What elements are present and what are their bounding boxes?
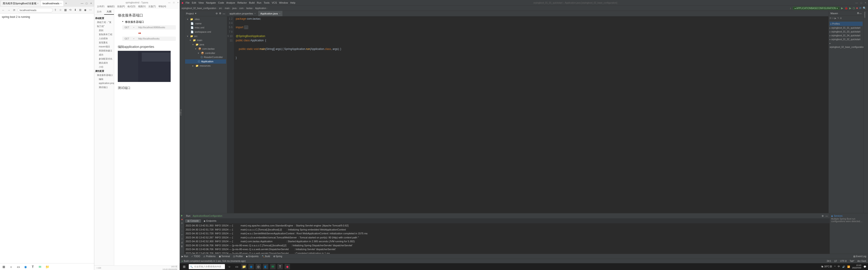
menu-item[interactable]: View (198, 1, 204, 4)
maven-module[interactable]: srpingboot_02_base_configuration (830, 46, 864, 48)
profile-icon[interactable]: ◉ (84, 8, 88, 12)
menu-help[interactable]: 帮助(H) (158, 5, 166, 9)
menu-item[interactable]: Window (279, 1, 288, 4)
forward-icon[interactable]: → (7, 8, 11, 12)
wrap-icon[interactable]: ↩ (181, 233, 183, 236)
outline-item[interactable]: 入此模块 (95, 37, 113, 41)
theme[interactable]: Arc Dark (857, 260, 866, 262)
taskview-icon[interactable]: ▭ (16, 264, 21, 269)
outline-item[interactable]: 参加配置优化 (95, 57, 113, 61)
reload-icon[interactable]: ⟳ (12, 8, 16, 12)
plus-icon[interactable]: + (832, 17, 834, 20)
menu-format[interactable]: 格式(O) (127, 5, 135, 9)
ime-icon[interactable]: 中 (838, 265, 840, 268)
menu-item[interactable]: File (186, 1, 190, 4)
maven-module[interactable]: srpingboot_01_04_quickstart (831, 34, 860, 37)
run-config-name[interactable]: ApplicationBaseConfiguration (193, 215, 222, 217)
menu-edit[interactable]: 编辑(E) (107, 5, 115, 9)
hide-icon[interactable]: — (859, 12, 862, 15)
skip-icon[interactable]: ↷ (837, 17, 839, 20)
code-editor[interactable]: 1 2 3 4 5 6 7 8 9 10 11 package com.taot… (227, 16, 829, 213)
close-icon[interactable]: × (37, 2, 39, 5)
maven-module[interactable]: srpingboot_01_02_quickstart (831, 38, 860, 41)
code-text[interactable]: package com.taotao; import ... @SpringBo… (234, 16, 829, 213)
maximize-icon[interactable]: □ (85, 1, 89, 5)
up-icon[interactable]: ↑ (182, 226, 183, 228)
tray-chevron-icon[interactable]: ^ (834, 266, 835, 268)
services-title[interactable]: Services (834, 215, 842, 217)
typora-icon[interactable]: T (30, 264, 35, 269)
stop-icon[interactable]: ■ (181, 218, 183, 221)
tool-spring[interactable]: ✿ Spring (273, 255, 282, 258)
minimize-icon[interactable]: — (168, 1, 170, 4)
close-icon[interactable]: × (177, 1, 179, 4)
menu-file[interactable]: 文件(F) (97, 5, 104, 9)
menu-item[interactable]: Refactor (237, 1, 247, 4)
tool-problems[interactable]: ⚠ Problems (203, 255, 215, 258)
down-icon[interactable]: ↓ (182, 230, 183, 232)
reload-icon[interactable]: ⟳ (830, 17, 831, 20)
debug-icon[interactable]: 🐞 (844, 6, 848, 10)
address-input[interactable] (18, 8, 53, 12)
trash-icon[interactable]: 🗑 (181, 245, 183, 247)
run-icon[interactable]: ▶ (835, 17, 836, 20)
menu-item[interactable]: Edit (192, 1, 196, 4)
menu-icon[interactable]: ⋯ (89, 8, 93, 12)
browser-tab[interactable]: 黑马程序员SpringBoot2全套视 × (1, 1, 40, 6)
coverage-icon[interactable]: ▶ (849, 6, 851, 10)
vscode-icon[interactable]: ◧ (263, 264, 268, 269)
editor-tab[interactable]: application.properties× (227, 11, 258, 16)
rerun-icon[interactable]: ▶ (181, 214, 183, 217)
edge-icon[interactable]: ◉ (248, 264, 254, 269)
wifi-icon[interactable]: 📶 (847, 266, 850, 268)
outline-item[interactable]: 编辑 (95, 77, 113, 81)
outline-tab-outline[interactable]: 大纲 (104, 9, 114, 15)
maven-tool-icon[interactable]: Maven (864, 12, 866, 18)
encoding[interactable]: UTF-8 (840, 260, 846, 262)
outline-item[interactable]: application.properties (95, 81, 113, 85)
share-icon[interactable]: ⇪ (54, 8, 58, 12)
console-output[interactable]: 2022-04-30 13:42:51.350 INFO 15524 --- [… (184, 223, 830, 254)
close-icon[interactable]: × (89, 1, 93, 5)
new-tab-button[interactable]: + (64, 1, 68, 6)
extension-icon[interactable]: ⊞ (79, 8, 83, 12)
app-icon[interactable]: ▦ (64, 8, 68, 12)
outline-item[interactable]: 基因模块建立成功 (95, 49, 113, 57)
close-icon[interactable]: × (279, 12, 280, 15)
collapse-icon[interactable]: ⊖ (216, 12, 218, 15)
gear-icon[interactable]: ⚙ (857, 12, 859, 15)
outline-item[interactable]: 原则 (95, 28, 113, 33)
wechat-icon[interactable]: ✉ (270, 264, 276, 269)
close-icon[interactable]: × (60, 2, 61, 5)
settings-icon[interactable]: ⚙ (219, 12, 221, 15)
widgets-icon[interactable]: ▭ (234, 264, 239, 269)
browser-tab-active[interactable]: localhost/reads × (41, 1, 63, 6)
chrome-icon[interactable]: ◎ (256, 264, 261, 269)
menu-item[interactable]: Tools (264, 1, 270, 4)
tree-node-selected[interactable]: ⒸApplication (185, 59, 226, 64)
windows-icon[interactable]: ⊞ (1, 264, 6, 269)
update-icon[interactable]: ⟳ (859, 6, 862, 10)
wechat-icon[interactable]: ✉ (37, 264, 42, 269)
maven-module[interactable]: srpingboot_01_01_quickstart (831, 27, 860, 29)
minimize-icon[interactable]: — (80, 1, 84, 5)
menu-item[interactable]: Analyze (226, 1, 235, 4)
start-icon[interactable]: ⊞ (182, 264, 187, 269)
outline-item[interactable]: 复制基本工程 (95, 33, 113, 37)
intellij-icon[interactable]: ◆ (285, 264, 290, 269)
explorer-icon[interactable]: 📁 (241, 264, 247, 269)
download-icon[interactable]: ⬇ (840, 17, 842, 20)
menu-item[interactable]: VCS (272, 1, 277, 4)
tool-build[interactable]: 🔨 Build (262, 255, 270, 258)
maven-profiles[interactable]: Profiles (832, 23, 840, 25)
tool-run[interactable]: ▶ Run (182, 255, 188, 258)
edge-icon[interactable]: ◉ (23, 264, 28, 269)
tool-terminal[interactable]: ▣ Terminal (219, 255, 230, 258)
back-icon[interactable]: ← (1, 8, 5, 12)
typora-icon[interactable]: T (277, 264, 283, 269)
reload-icon[interactable]: ⟲ (69, 8, 73, 12)
favorite-icon[interactable]: ☆ (59, 8, 63, 12)
endpoints-tab[interactable]: ◆Endpoints (202, 219, 219, 223)
menu-view[interactable]: 视图(V) (138, 5, 146, 9)
outline-item[interactable]: 修改服务器端口 (95, 73, 113, 77)
